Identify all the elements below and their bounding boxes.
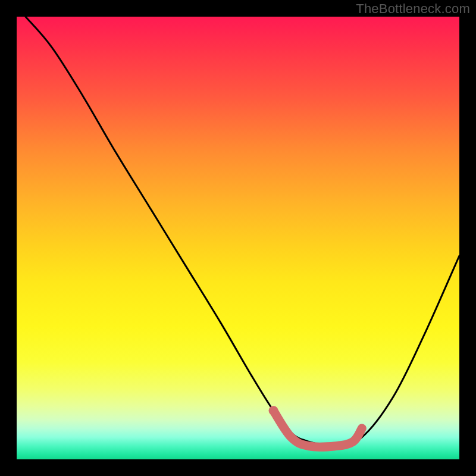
plot-area xyxy=(17,17,459,459)
chart-frame: TheBottleneck.com xyxy=(0,0,476,476)
main-curve xyxy=(26,17,459,446)
watermark-text: TheBottleneck.com xyxy=(356,1,470,17)
highlight-dot xyxy=(269,406,278,415)
curve-layer xyxy=(17,17,459,459)
highlight-segment xyxy=(274,411,362,447)
